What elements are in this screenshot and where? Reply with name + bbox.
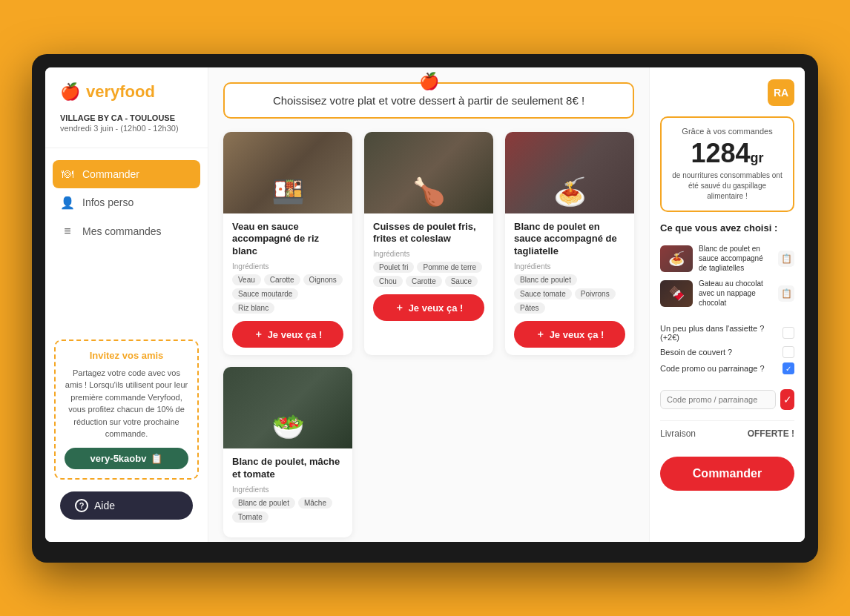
add-meal-3-label: Je veux ça !	[550, 329, 604, 340]
tag: Oignons	[303, 274, 343, 285]
user-avatar: RA	[768, 79, 794, 106]
option-couvert: Besoin de couvert ?	[660, 346, 794, 358]
option-promo: Code promo ou parrainage ? ✓	[660, 362, 794, 374]
savings-intro: Grâce à vos commandes	[671, 127, 784, 136]
right-panel: RA Grâce à vos commandes 1284gr de nourr…	[649, 67, 805, 542]
banner-text: Choissisez votre plat et votre dessert à…	[273, 94, 584, 107]
meal-emoji-3: 🍝	[553, 176, 587, 208]
option-couvert-checkbox[interactable]	[783, 346, 794, 358]
meal-card-1: 🍱 Veau en sauce accompagné de riz blanc …	[223, 132, 352, 356]
chosen-item-2-action[interactable]: 📋	[778, 285, 794, 302]
meal-name-1: Veau en sauce accompagné de riz blanc	[232, 221, 343, 259]
option-promo-label: Code promo ou parrainage ?	[660, 364, 765, 373]
tag: Blanc de poulet	[232, 497, 295, 509]
option-promo-checkbox[interactable]: ✓	[783, 362, 794, 374]
plus-icon: ＋	[536, 328, 545, 341]
logo-name-part1: very	[86, 82, 119, 101]
add-meal-2-button[interactable]: ＋ Je veux ça !	[373, 294, 484, 321]
banner-apple-icon: 🍎	[419, 72, 439, 91]
add-meal-2-label: Je veux ça !	[409, 302, 464, 314]
meal-name-3: Blanc de poulet en sauce accompagné de t…	[514, 221, 625, 259]
tag: Sauce moutarde	[232, 288, 298, 299]
meal-emoji-2: 🍗	[412, 176, 446, 208]
promo-code-button[interactable]: very-5kaobv 📋	[65, 448, 188, 469]
tag: Blanc de poulet	[514, 274, 577, 285]
invite-box: Invitez vos amis Partagez votre code ave…	[54, 340, 199, 480]
chosen-thumb-2: 🍫	[660, 280, 693, 307]
savings-box: Grâce à vos commandes 1284gr de nourritu…	[660, 116, 794, 213]
invite-text: Partagez votre code avec vos amis ! Lors…	[65, 367, 188, 440]
chosen-item-1: 🍝 Blanc de poulet en sauce accompagné de…	[660, 244, 794, 273]
invite-title: Invitez vos amis	[65, 350, 188, 361]
meal-body-1: Veau en sauce accompagné de riz blanc In…	[223, 213, 352, 356]
restaurant-time: vendredi 3 juin - (12h00 - 12h30)	[60, 124, 193, 133]
restaurant-info: VILLAGE BY CA - TOULOUSE vendredi 3 juin…	[45, 113, 208, 148]
logo-area: 🍎 veryfood	[45, 82, 208, 113]
meal-body-4: Blanc de poulet, mâche et tomate Ingrédi…	[223, 448, 352, 537]
nav-menu: 🍽 Commander 👤 Infos perso ≡ Mes commande…	[45, 148, 208, 340]
tag: Poulet fri	[373, 262, 414, 273]
tag: Carotte	[264, 274, 300, 285]
ingredients-label-1: Ingrédients	[232, 262, 343, 271]
logo-name-part2: food	[119, 82, 155, 101]
meal-tags-2: Poulet fri Pomme de terre Chou Carotte S…	[373, 262, 484, 287]
chosen-item-1-name: Blanc de poulet en sauce accompagné de t…	[699, 244, 772, 273]
meal-body-2: Cuisses de poulet fris, frites et colesl…	[364, 213, 493, 329]
delivery-row: Livraison OFFERTE !	[660, 420, 794, 446]
tag: Riz blanc	[232, 302, 274, 314]
add-meal-1-label: Je veux ça !	[268, 329, 323, 340]
chosen-item-1-action[interactable]: 📋	[778, 251, 794, 267]
commander-icon: 🍽	[60, 168, 75, 181]
tag: Chou	[373, 276, 403, 287]
help-label: Aide	[94, 500, 115, 511]
promo-submit-button[interactable]: ✓	[780, 389, 794, 410]
promo-banner: 🍎 Choissisez votre plat et votre dessert…	[223, 82, 634, 119]
nav-item-commander[interactable]: 🍽 Commander	[53, 160, 200, 188]
meal-card-4: 🥗 Blanc de poulet, mâche et tomate Ingré…	[223, 367, 352, 537]
add-meal-1-button[interactable]: ＋ Je veux ça !	[232, 321, 343, 348]
nav-item-orders-label: Mes commandes	[82, 225, 162, 237]
option-couvert-label: Besoin de couvert ?	[660, 348, 732, 357]
screen: 🍎 veryfood VILLAGE BY CA - TOULOUSE vend…	[45, 67, 805, 542]
main-content: 🍎 Choissisez votre plat et votre dessert…	[208, 67, 649, 542]
laptop-shell: 🍎 veryfood VILLAGE BY CA - TOULOUSE vend…	[32, 54, 818, 563]
help-button[interactable]: ? Aide	[60, 491, 193, 520]
savings-number: 1284	[691, 138, 750, 168]
tag: Pâtes	[514, 302, 545, 314]
copy-icon: 📋	[151, 453, 162, 464]
tag: Mâche	[298, 497, 332, 509]
logo-icon: 🍎	[60, 82, 80, 102]
nav-item-infos-perso[interactable]: 👤 Infos perso	[45, 188, 208, 217]
option-plus-assiette-label: Un peu plus dans l'assiette ? (+2€)	[660, 324, 783, 342]
delivery-label: Livraison	[660, 428, 696, 439]
tag: Veau	[232, 274, 261, 285]
meals-grid: 🍱 Veau en sauce accompagné de riz blanc …	[223, 132, 634, 537]
ingredients-label-2: Ingrédients	[373, 250, 484, 258]
chosen-item-2-name: Gateau au chocolat avec un nappage choco…	[699, 279, 772, 308]
promo-input[interactable]	[660, 390, 776, 409]
promo-input-row: ✓	[660, 389, 794, 410]
meal-card-2: 🍗 Cuisses de poulet fris, frites et cole…	[364, 132, 493, 356]
orders-icon: ≡	[60, 225, 75, 238]
tag: Sauce	[445, 276, 478, 287]
savings-description: de nourritures consommables ont été sauv…	[671, 170, 784, 202]
meal-name-2: Cuisses de poulet fris, frites et colesl…	[373, 221, 484, 246]
options-list: Un peu plus dans l'assiette ? (+2€) Beso…	[660, 324, 794, 379]
meal-emoji-4: 🥗	[271, 411, 305, 443]
commander-button[interactable]: Commander	[660, 457, 794, 491]
tag: Sauce tomate	[514, 288, 572, 299]
plus-icon: ＋	[395, 301, 404, 314]
meal-emoji-1: 🍱	[271, 176, 305, 208]
chosen-thumb-1: 🍝	[660, 245, 693, 272]
delivery-value: OFFERTE !	[748, 428, 794, 439]
nav-item-mes-commandes[interactable]: ≡ Mes commandes	[45, 217, 208, 245]
tag: Pomme de terre	[417, 262, 482, 273]
option-plus-assiette: Un peu plus dans l'assiette ? (+2€)	[660, 324, 794, 342]
add-meal-3-button[interactable]: ＋ Je veux ça !	[514, 321, 625, 348]
sidebar: 🍎 veryfood VILLAGE BY CA - TOULOUSE vend…	[45, 67, 208, 542]
restaurant-name: VILLAGE BY CA - TOULOUSE	[60, 113, 193, 122]
promo-code-value: very-5kaobv	[90, 453, 147, 464]
meal-image-3: 🍝	[505, 132, 634, 213]
tag: Poivrons	[575, 288, 616, 299]
option-plus-assiette-checkbox[interactable]	[783, 327, 794, 339]
